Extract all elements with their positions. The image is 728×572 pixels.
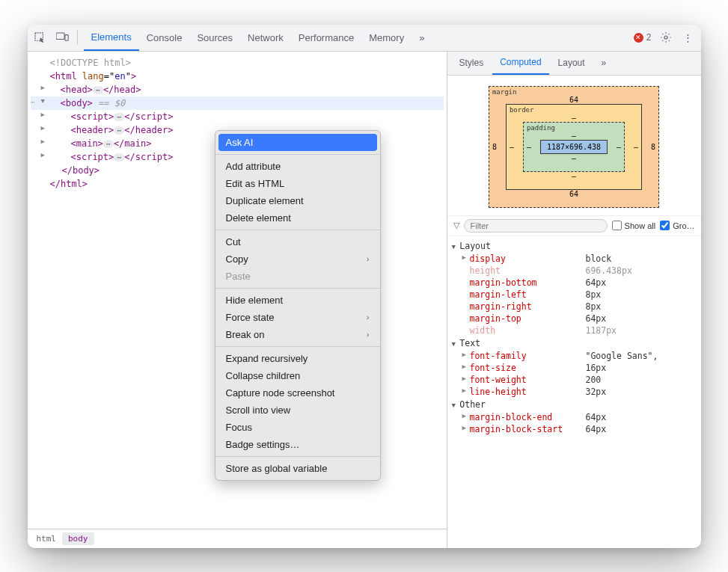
- expand-icon: [462, 265, 470, 276]
- box-margin[interactable]: margin 64 8 8 border – – – padding –: [489, 86, 659, 208]
- cm-collapse[interactable]: Collapse children: [215, 367, 380, 384]
- cm-scroll[interactable]: Scroll into view: [215, 402, 380, 419]
- devtools-window: Elements Console Sources Network Perform…: [28, 25, 701, 548]
- tab-console[interactable]: Console: [139, 25, 190, 51]
- cm-force-state[interactable]: Force state›: [215, 309, 380, 326]
- property-row[interactable]: ▶margin-block-start64px: [450, 423, 698, 435]
- section-text[interactable]: Text: [450, 336, 698, 350]
- expand-icon: ▶: [462, 363, 470, 373]
- property-value: 64px: [586, 424, 607, 434]
- tab-elements[interactable]: Elements: [84, 25, 139, 51]
- crumb-html[interactable]: html: [31, 532, 63, 545]
- filter-input[interactable]: [464, 219, 608, 233]
- property-name: font-size: [470, 363, 586, 373]
- box-model[interactable]: margin 64 8 8 border – – – padding –: [447, 76, 701, 215]
- cm-copy[interactable]: Copy›: [215, 250, 380, 268]
- property-row[interactable]: margin-top64px: [450, 313, 698, 325]
- property-value: 8px: [586, 301, 602, 312]
- property-value: 64px: [586, 277, 607, 288]
- section-other[interactable]: Other: [450, 398, 698, 411]
- cm-expand[interactable]: Expand recursively: [215, 350, 380, 367]
- box-padding[interactable]: padding – – – 1187×696.438 –: [523, 122, 625, 172]
- property-value: 200: [586, 375, 602, 385]
- dom-html-open[interactable]: <html lang="en">: [31, 70, 444, 83]
- cm-screenshot[interactable]: Capture node screenshot: [215, 384, 380, 402]
- show-all-checkbox[interactable]: Show all: [612, 221, 656, 230]
- cm-focus[interactable]: Focus: [215, 419, 380, 436]
- property-row[interactable]: margin-bottom64px: [450, 277, 698, 289]
- more-icon[interactable]: ⋮: [680, 29, 697, 46]
- property-value: 1187px: [586, 325, 617, 336]
- property-name: line-height: [470, 387, 586, 397]
- property-row[interactable]: ▶line-height32px: [450, 386, 698, 398]
- expand-icon: ▶: [462, 351, 470, 361]
- expand-icon: ▶: [462, 387, 470, 397]
- tab-sources[interactable]: Sources: [189, 25, 240, 51]
- property-row[interactable]: ▶displayblock: [450, 253, 698, 265]
- property-row[interactable]: ▶font-family"Google Sans",: [450, 350, 698, 362]
- cm-ask-ai[interactable]: Ask AI: [218, 134, 377, 151]
- property-row[interactable]: height696.438px: [450, 265, 698, 277]
- tab-memory[interactable]: Memory: [361, 25, 412, 51]
- error-counter[interactable]: ✕ 2: [634, 32, 652, 43]
- group-checkbox[interactable]: Gro…: [660, 221, 694, 230]
- expand-icon: [462, 313, 470, 324]
- settings-icon[interactable]: [658, 29, 674, 46]
- cm-badge[interactable]: Badge settings…: [215, 436, 380, 453]
- property-name: font-weight: [470, 375, 586, 385]
- property-row[interactable]: ▶margin-block-end64px: [450, 411, 698, 423]
- cm-duplicate[interactable]: Duplicate element: [215, 192, 380, 209]
- property-row[interactable]: margin-right8px: [450, 301, 698, 313]
- rtab-layout[interactable]: Layout: [551, 52, 593, 75]
- expand-icon: [462, 301, 470, 312]
- filter-icon: ▽: [453, 221, 459, 230]
- rtabs-overflow-icon[interactable]: »: [594, 52, 614, 75]
- dom-body-selected[interactable]: ⋯▼<body> == $0: [31, 96, 444, 110]
- property-name: height: [470, 265, 586, 276]
- tabs-overflow-icon[interactable]: »: [412, 25, 432, 51]
- dom-doctype[interactable]: <!DOCTYPE html>: [31, 56, 444, 70]
- cm-add-attribute[interactable]: Add attribute: [215, 158, 380, 175]
- property-name: width: [470, 325, 586, 336]
- device-toggle-icon[interactable]: [55, 29, 71, 46]
- cm-edit-html[interactable]: Edit as HTML: [215, 175, 380, 192]
- section-layout[interactable]: Layout: [450, 239, 698, 253]
- crumb-body[interactable]: body: [62, 532, 94, 545]
- property-value: block: [586, 253, 612, 264]
- property-row[interactable]: ▶font-weight200: [450, 374, 698, 386]
- rtab-computed[interactable]: Computed: [492, 52, 548, 75]
- cm-delete[interactable]: Delete element: [215, 209, 380, 227]
- cm-store-global[interactable]: Store as global variable: [215, 460, 380, 477]
- expand-icon: [462, 289, 470, 300]
- tab-performance[interactable]: Performance: [291, 25, 361, 51]
- tab-network[interactable]: Network: [240, 25, 291, 51]
- property-value: 64px: [586, 313, 607, 324]
- computed-properties[interactable]: Layout ▶displayblockheight696.438pxmargi…: [447, 236, 701, 548]
- box-content[interactable]: 1187×696.438: [540, 140, 608, 154]
- svg-point-3: [664, 36, 667, 39]
- inspect-icon[interactable]: [32, 29, 49, 46]
- property-value: 32px: [586, 387, 607, 397]
- property-row[interactable]: ▶font-size16px: [450, 362, 698, 374]
- filter-bar: ▽ Show all Gro…: [447, 215, 701, 236]
- property-name: font-family: [470, 351, 586, 361]
- property-value: 64px: [586, 412, 607, 422]
- box-border[interactable]: border – – – padding – – – 1187×696.438 …: [506, 104, 642, 190]
- main-toolbar: Elements Console Sources Network Perform…: [28, 25, 701, 52]
- property-row[interactable]: width1187px: [450, 325, 698, 336]
- svg-rect-1: [56, 33, 64, 40]
- sidebar-tabs: Styles Computed Layout »: [447, 52, 701, 76]
- error-count: 2: [646, 32, 652, 43]
- expand-icon: ▶: [462, 375, 470, 385]
- expand-icon: ▶: [462, 253, 470, 264]
- property-name: margin-block-end: [470, 412, 586, 422]
- cm-hide[interactable]: Hide element: [215, 292, 380, 309]
- dom-head[interactable]: ▶<head>⋯</head>: [31, 83, 444, 96]
- cm-cut[interactable]: Cut: [215, 233, 380, 250]
- property-value: "Google Sans",: [586, 351, 658, 361]
- dom-child[interactable]: ▶<script>⋯</script>: [31, 110, 444, 123]
- cm-break-on[interactable]: Break on›: [215, 326, 380, 343]
- rtab-styles[interactable]: Styles: [452, 52, 492, 75]
- chevron-right-icon: ›: [367, 330, 370, 339]
- property-row[interactable]: margin-left8px: [450, 289, 698, 301]
